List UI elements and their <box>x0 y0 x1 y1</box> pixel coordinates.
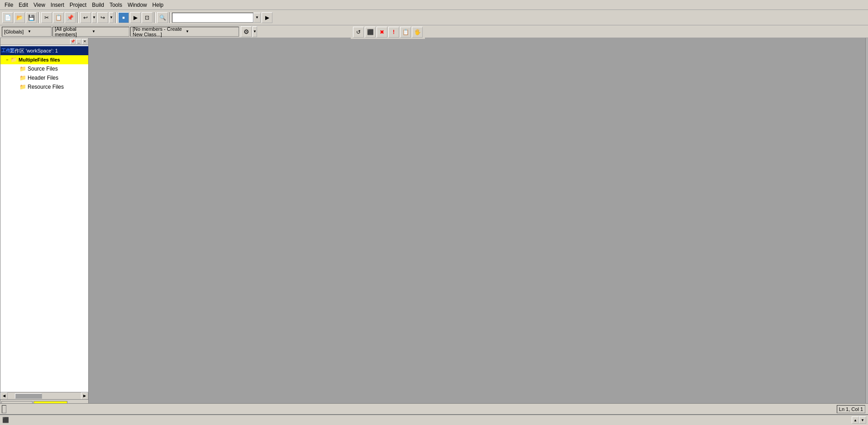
panel-close-btn[interactable]: ✕ <box>82 39 87 44</box>
project-icon: 📁 <box>10 56 18 63</box>
menu-tools[interactable]: Tools <box>107 1 125 9</box>
project-label: MultipleFiles files <box>19 57 60 62</box>
separator2 <box>77 12 79 23</box>
separator5 <box>169 12 171 23</box>
new-button[interactable]: 📄 <box>2 12 13 23</box>
go-button[interactable]: ▶ <box>262 12 272 23</box>
source-files-node[interactable]: 📁 Source Files <box>0 64 88 73</box>
menu-help[interactable]: Help <box>150 1 167 9</box>
header-files-label: Header Files <box>28 75 58 81</box>
paste-button[interactable]: 📌 <box>65 12 76 23</box>
scroll-left-btn[interactable]: ◀ <box>0 392 8 400</box>
members-label: [All global members] <box>55 26 90 37</box>
source-files-label: Source Files <box>28 66 58 72</box>
search-icon-btn[interactable]: 🔍 <box>157 12 168 23</box>
header-expander <box>13 75 19 81</box>
build-btn3[interactable]: ⊡ <box>142 12 153 23</box>
panel-pin-btn[interactable]: 📌 <box>70 39 76 44</box>
debug-restart[interactable]: ↺ <box>353 27 364 38</box>
resource-expander <box>13 84 19 90</box>
copy-button[interactable]: 📋 <box>53 12 64 23</box>
menu-insert[interactable]: Insert <box>48 1 67 9</box>
members-arrow: ▼ <box>92 29 127 33</box>
cut-button[interactable]: ✂ <box>41 12 52 23</box>
menubar: File Edit View Insert Project Build Tool… <box>0 0 868 10</box>
build-btn2[interactable]: ▶ <box>130 12 141 23</box>
header-folder-icon: 📁 <box>19 74 27 81</box>
separator3 <box>115 12 117 23</box>
members-dropdown[interactable]: [All global members] ▼ <box>52 27 129 37</box>
separator1 <box>38 12 40 23</box>
undo-button[interactable]: ↩ <box>80 12 91 23</box>
panel-titlebar: 📌 _ ✕ <box>0 38 88 45</box>
debug-hand[interactable]: 🖐 <box>412 27 423 38</box>
header-files-node[interactable]: 📁 Header Files <box>0 73 88 82</box>
panel-minimize-btn[interactable]: _ <box>76 39 81 44</box>
redo-button[interactable]: ↪ <box>97 12 108 23</box>
menu-file[interactable]: File <box>2 1 16 9</box>
output-icon: ⬛ <box>2 416 9 424</box>
output-bar: ⬛ ▲ ▼ <box>0 414 868 425</box>
source-folder-icon: 📁 <box>19 65 27 72</box>
coords-text: Ln 1, Col 1 <box>839 406 863 412</box>
project-expander[interactable]: − <box>4 57 10 63</box>
open-button[interactable]: 📂 <box>14 12 25 23</box>
toolbar-row2: [Globals] ▼ [All global members] ▼ [No m… <box>0 25 868 38</box>
scrollbar-track[interactable] <box>8 393 81 399</box>
globals-dropdown[interactable]: [Globals] ▼ <box>2 27 52 37</box>
debug-stop[interactable]: ⬛ <box>365 27 376 38</box>
newclass-dropdown[interactable]: [No members - Create New Class...] ▼ <box>130 27 239 37</box>
file-panel: 📌 _ ✕ 工作区 工作区 'workSpace': 1 − 📁 Multipl… <box>0 38 89 412</box>
status-coords: Ln 1, Col 1 <box>837 405 865 413</box>
class-arrow-btn[interactable]: ▼ <box>253 26 257 37</box>
main-layout: 📌 _ ✕ 工作区 工作区 'workSpace': 1 − 📁 Multipl… <box>0 38 868 412</box>
menu-build[interactable]: Build <box>89 1 107 9</box>
workspace-icon: 工作区 <box>1 47 9 54</box>
status-panel <box>2 405 6 413</box>
workspace-label: 工作区 'workSpace': 1 <box>10 48 58 54</box>
search-combo-arrow[interactable]: ▼ <box>253 13 261 23</box>
workspace-node[interactable]: 工作区 工作区 'workSpace': 1 <box>0 46 88 55</box>
debug-break[interactable]: ! <box>388 27 399 38</box>
toolbar-row1: 📄 📂 💾 ✂ 📋 📌 ↩ ▼ ↪ ▼ ■ ▶ ⊡ 🔍 ▼ ▶ <box>0 10 868 25</box>
debug-kill[interactable]: ✖ <box>377 27 387 38</box>
globals-arrow: ▼ <box>28 29 49 33</box>
source-expander <box>13 66 19 72</box>
search-input[interactable] <box>172 13 253 23</box>
newclass-label: [No members - Create New Class...] <box>133 26 184 37</box>
undo-arrow[interactable]: ▼ <box>92 12 96 23</box>
menu-window[interactable]: Window <box>125 1 150 9</box>
globals-label: [Globals] <box>4 29 26 34</box>
scrollbar-thumb[interactable] <box>15 393 42 399</box>
statusbar: Ln 1, Col 1 <box>0 403 868 414</box>
redo-arrow[interactable]: ▼ <box>109 12 114 23</box>
debug-output[interactable]: 📋 <box>400 27 411 38</box>
resource-files-label: Resource Files <box>28 84 64 90</box>
menu-project[interactable]: Project <box>67 1 89 9</box>
resource-folder-icon: 📁 <box>19 83 27 91</box>
menu-edit[interactable]: Edit <box>16 1 31 9</box>
tree-area: 工作区 工作区 'workSpace': 1 − 📁 MultipleFiles… <box>0 45 88 392</box>
project-node[interactable]: − 📁 MultipleFiles files <box>0 55 88 64</box>
output-scroll-up[interactable]: ▲ <box>852 416 859 424</box>
panel-scrollbar: ◀ ▶ <box>0 392 88 399</box>
newclass-arrow: ▼ <box>186 29 237 33</box>
output-scroll-down[interactable]: ▼ <box>859 416 866 424</box>
class-wizard-btn[interactable]: ⚙ <box>241 26 252 37</box>
separator4 <box>154 12 156 23</box>
right-resize-handle[interactable] <box>865 38 868 412</box>
editor-area <box>89 38 868 412</box>
resource-files-node[interactable]: 📁 Resource Files <box>0 82 88 91</box>
debug-toolbar: ↺ ⬛ ✖ ! 📋 🖐 <box>351 25 425 39</box>
scroll-right-btn[interactable]: ▶ <box>81 392 88 400</box>
menu-view[interactable]: View <box>31 1 48 9</box>
build-btn1[interactable]: ■ <box>118 12 129 23</box>
save-button[interactable]: 💾 <box>26 12 37 23</box>
